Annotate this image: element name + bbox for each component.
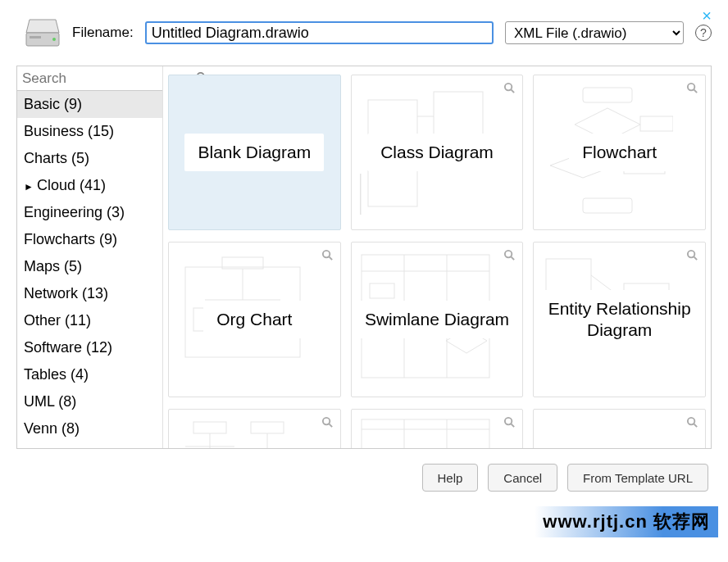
category-item[interactable]: Flowcharts (9) — [17, 226, 162, 253]
template-label: Entity Relationship Diagram — [534, 290, 705, 350]
category-item[interactable]: UML (8) — [17, 388, 162, 415]
category-label: Business (15) — [24, 123, 114, 139]
category-label: Engineering (3) — [24, 204, 125, 220]
svg-rect-53 — [362, 419, 489, 448]
category-label: Wireframes (5) — [24, 447, 121, 448]
category-item[interactable]: Venn (8) — [17, 415, 162, 442]
svg-rect-47 — [251, 422, 284, 433]
template-card[interactable]: Class Diagram — [351, 75, 524, 230]
expand-arrow-icon: ► — [24, 181, 34, 193]
template-label: Org Chart — [203, 301, 305, 338]
template-card[interactable]: Flowchart — [533, 75, 706, 230]
footer-row: Help Cancel From Template URL — [16, 449, 712, 492]
category-item[interactable]: Basic (9) — [17, 91, 162, 118]
category-list: Basic (9)Business (15)Charts (5)►Cloud (… — [17, 91, 162, 448]
category-item[interactable]: Charts (5) — [17, 145, 162, 172]
svg-rect-16 — [640, 116, 673, 131]
template-label: Swimlane Diagram — [352, 301, 522, 338]
category-label: Flowcharts (9) — [24, 231, 117, 247]
sidebar: Basic (9)Business (15)Charts (5)►Cloud (… — [17, 66, 163, 448]
svg-point-2 — [52, 38, 56, 41]
category-item[interactable]: Engineering (3) — [17, 199, 162, 226]
from-template-url-button[interactable]: From Template URL — [567, 464, 708, 492]
category-item[interactable]: Wireframes (5) — [17, 442, 162, 448]
template-preview — [360, 418, 515, 448]
category-item[interactable]: Software (12) — [17, 334, 162, 361]
svg-rect-14 — [583, 88, 632, 102]
category-label: Tables (4) — [24, 366, 89, 383]
main-area: Basic (9)Business (15)Charts (5)►Cloud (… — [16, 66, 712, 449]
category-label: Basic (9) — [24, 96, 82, 112]
filename-input[interactable] — [145, 21, 494, 44]
template-card[interactable]: Sequence — [168, 409, 341, 448]
template-preview — [542, 418, 697, 448]
template-label: Blank Diagram — [184, 134, 324, 171]
disk-icon — [25, 16, 61, 49]
svg-rect-46 — [193, 422, 226, 433]
template-card[interactable]: Org Chart — [168, 242, 341, 397]
category-label: Network (13) — [24, 285, 108, 301]
template-card[interactable]: Entity Relationship Diagram — [533, 242, 706, 397]
category-item[interactable]: Network (13) — [17, 280, 162, 307]
filetype-select[interactable]: XML File (.drawio) — [505, 21, 684, 44]
template-grid: Blank DiagramClass DiagramFlowchartOrg C… — [163, 66, 711, 448]
help-icon[interactable]: ? — [695, 25, 712, 41]
category-label: Venn (8) — [24, 420, 80, 437]
category-label: Cloud (41) — [37, 177, 106, 193]
category-label: UML (8) — [24, 393, 76, 410]
category-item[interactable]: Maps (5) — [17, 253, 162, 280]
header-row: Filename: XML File (.drawio) ? — [16, 8, 712, 66]
category-label: Charts (5) — [24, 150, 89, 166]
cancel-button[interactable]: Cancel — [488, 464, 557, 492]
template-preview — [177, 418, 332, 448]
template-card[interactable]: Swimlane Diagram — [351, 242, 524, 397]
category-item[interactable]: ►Cloud (41) — [17, 172, 162, 199]
category-item[interactable]: Other (11) — [17, 307, 162, 334]
template-card[interactable]: Blank Diagram — [168, 75, 341, 230]
watermark: www.rjtj.cn 软荐网 — [535, 506, 718, 537]
svg-rect-10 — [368, 165, 417, 206]
svg-rect-19 — [583, 198, 632, 213]
template-card[interactable]: Cross- — [533, 409, 706, 448]
template-card[interactable]: Simple — [351, 409, 524, 448]
search-box — [17, 66, 162, 91]
category-label: Other (11) — [24, 312, 91, 329]
close-button[interactable]: × — [702, 7, 712, 25]
svg-rect-35 — [370, 283, 394, 298]
category-label: Maps (5) — [24, 258, 82, 274]
category-item[interactable]: Business (15) — [17, 118, 162, 145]
help-button[interactable]: Help — [422, 464, 479, 492]
filename-label: Filename: — [72, 25, 134, 41]
template-label: Flowchart — [569, 134, 670, 171]
svg-rect-1 — [30, 36, 41, 39]
template-label: Class Diagram — [367, 134, 507, 171]
new-diagram-dialog: × Filename: XML File (.drawio) ? Basic (… — [0, 0, 728, 500]
category-label: Software (12) — [24, 339, 112, 356]
category-item[interactable]: Tables (4) — [17, 361, 162, 388]
